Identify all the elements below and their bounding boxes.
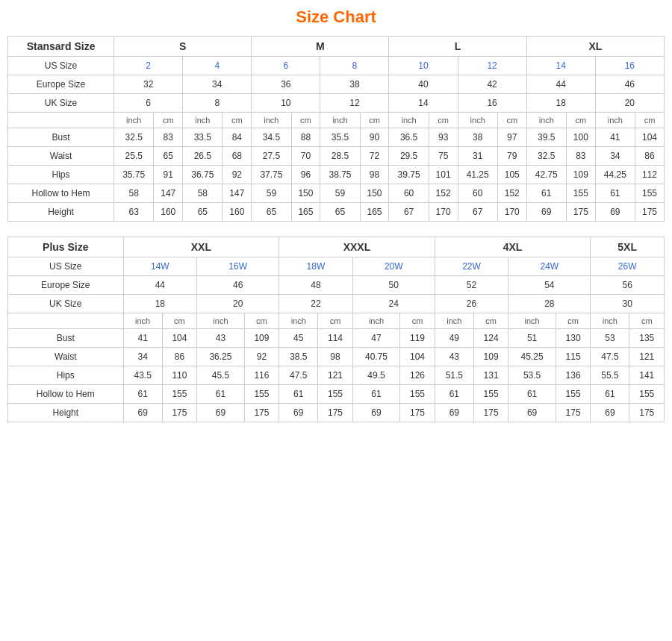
m-header: M [252,37,389,57]
plus-size-section: Plus Size XXL XXXL 4XL 5XL US Size 14W 1… [7,237,665,422]
bust-l2-cm: 97 [497,128,526,147]
hips-row: Hips 35.75 91 36.75 92 37.75 96 38.75 98… [8,166,665,184]
us-12: 12 [458,57,526,75]
us-2: 2 [114,57,183,75]
unit-cm-2: cm [223,113,252,128]
standard-size-table: Stansard Size S M L XL US Size 2 4 6 8 1… [7,36,665,222]
plus-hips-row: Hips 43.5 110 45.5 116 47.5 121 49.5 126… [8,366,665,385]
plus-eu-50: 50 [352,276,435,295]
unit-cm-6: cm [497,113,526,128]
hips-label: Hips [8,166,114,184]
plus-unit-spacer [8,313,124,329]
plus-us-20w: 20W [352,257,435,276]
plus-bust-label: Bust [8,329,124,348]
plus-uk-size-label: UK Size [8,295,124,313]
plus-eu-52: 52 [435,276,508,295]
plus-uk-18: 18 [123,295,197,313]
bust-l2-inch: 38 [458,128,497,147]
eu-38: 38 [320,75,389,94]
bust-s2-cm: 84 [223,128,252,147]
unit-inch-6: inch [458,113,497,128]
bust-m1-cm: 88 [291,128,320,147]
plus-height-row: Height 69 175 69 175 69 175 69 175 69 17… [8,404,665,422]
eu-42: 42 [458,75,526,94]
eu-34: 34 [183,75,252,94]
bust-l1-inch: 36.5 [389,128,429,147]
us-10: 10 [389,57,458,75]
unit-cm-4: cm [360,113,389,128]
xl-header: XL [526,37,664,57]
bust-xl1-cm: 100 [566,128,595,147]
unit-inch-1: inch [114,113,154,128]
unit-cm-5: cm [429,113,458,128]
plus-uk-22: 22 [279,295,353,313]
plus-uk-28: 28 [508,295,591,313]
eu-44: 44 [526,75,595,94]
unit-cm-8: cm [635,113,664,128]
plus-uk-24: 24 [352,295,435,313]
uk-6: 6 [114,94,183,113]
plus-us-14w: 14W [123,257,197,276]
plus-us-size-label: US Size [8,257,124,276]
standard-size-section: Stansard Size S M L XL US Size 2 4 6 8 1… [7,36,665,222]
us-size-label: US Size [8,57,114,75]
plus-eu-48: 48 [279,276,353,295]
bust-m2-cm: 90 [360,128,389,147]
plus-height-label: Height [8,404,124,422]
eu-36: 36 [252,75,320,94]
unit-spacer [8,113,114,128]
bust-l1-cm: 93 [429,128,458,147]
plus-eu-44: 44 [123,276,197,295]
plus-eu-46: 46 [197,276,279,295]
unit-cm-1: cm [154,113,183,128]
plus-waist-row: Waist 34 86 36.25 92 38.5 98 40.75 104 4… [8,348,665,366]
uk-14: 14 [389,94,458,113]
xxl-header: XXL [123,237,279,257]
plus-us-16w: 16W [197,257,279,276]
plus-us-24w: 24W [508,257,591,276]
standard-group-label: Stansard Size [8,37,114,57]
l-header: L [389,37,526,57]
unit-inch-8: inch [595,113,635,128]
s-header: S [114,37,252,57]
plus-hips-label: Hips [8,366,124,385]
unit-inch-3: inch [252,113,291,128]
bust-xl2-cm: 104 [635,128,664,147]
plus-bust-row: Bust 41 104 43 109 45 114 47 119 49 124 … [8,329,665,348]
bust-m1-inch: 34.5 [252,128,291,147]
uk-12: 12 [320,94,389,113]
uk-20: 20 [595,94,664,113]
eu-46: 46 [595,75,664,94]
us-16: 16 [595,57,664,75]
waist-label: Waist [8,147,114,166]
europe-size-label: Europe Size [8,75,114,94]
height-row: Height 63 160 65 160 65 165 65 165 67 17… [8,203,665,222]
unit-inch-7: inch [526,113,566,128]
eu-40: 40 [389,75,458,94]
bust-xl2-inch: 41 [595,128,635,147]
bust-xl1-inch: 39.5 [526,128,566,147]
plus-uk-30: 30 [591,295,665,313]
uk-18: 18 [526,94,595,113]
hollow-to-hem-row: Hollow to Hem 58 147 58 147 59 150 59 15… [8,184,665,203]
plus-us-22w: 22W [435,257,508,276]
plus-uk-20: 20 [197,295,279,313]
eu-32: 32 [114,75,183,94]
bust-m2-inch: 35.5 [320,128,360,147]
unit-inch-2: inch [183,113,223,128]
bust-s1-cm: 83 [154,128,183,147]
unit-inch-5: inch [389,113,429,128]
us-8: 8 [320,57,389,75]
height-label: Height [8,203,114,222]
plus-hollow-label: Hollow to Hem [8,385,124,404]
uk-size-label: UK Size [8,94,114,113]
uk-10: 10 [252,94,320,113]
4xl-header: 4XL [435,237,591,257]
unit-cm-7: cm [566,113,595,128]
plus-group-label: Plus Size [8,237,124,257]
plus-hollow-row: Hollow to Hem 61 155 61 155 61 155 61 15… [8,385,665,404]
plus-eu-56: 56 [591,276,665,295]
bust-s1-inch: 32.5 [114,128,154,147]
uk-16: 16 [458,94,526,113]
unit-cm-3: cm [291,113,320,128]
